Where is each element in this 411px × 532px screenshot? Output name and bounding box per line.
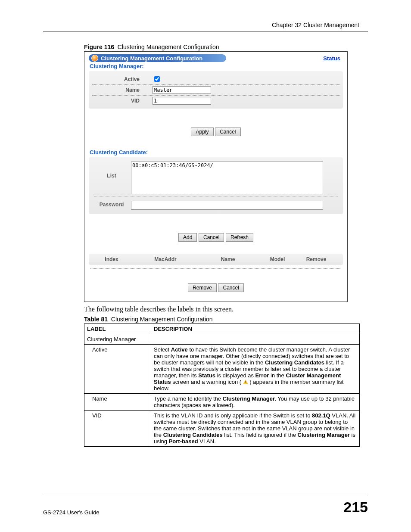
vid-label: VID xyxy=(92,98,153,104)
col-name: Name xyxy=(200,256,256,262)
candidate-panel: List 00:a0:c5:01:23:46/GS-2024/ Password xyxy=(89,157,343,214)
col-macaddr: MacAddr xyxy=(131,256,200,262)
cancel-button[interactable]: Cancel xyxy=(215,128,240,136)
cancel-button-3[interactable]: Cancel xyxy=(218,283,243,292)
page-number: 215 xyxy=(343,499,368,516)
active-label: Active xyxy=(92,76,153,82)
manager-heading: Clustering Manager: xyxy=(90,63,343,69)
table-caption: Table 81 Clustering Management Configura… xyxy=(84,316,368,323)
row-clustering-manager-label: Clustering Manager xyxy=(84,334,151,345)
row-active-desc: Select Active to have this Switch become… xyxy=(151,345,360,394)
config-screenshot: Clustering Management Configuration Stat… xyxy=(84,51,348,302)
refresh-button[interactable]: Refresh xyxy=(226,233,253,242)
name-label: Name xyxy=(92,87,153,93)
name-input[interactable] xyxy=(153,86,211,94)
vid-input[interactable] xyxy=(153,97,211,105)
col-model: Model xyxy=(256,256,299,262)
chapter-header: Chapter 32 Cluster Management xyxy=(43,22,368,31)
remove-button[interactable]: Remove xyxy=(188,283,217,292)
row-clustering-manager-desc xyxy=(151,334,360,345)
col-index: Index xyxy=(92,256,131,262)
row-name-label: Name xyxy=(84,394,151,411)
th-description: DESCRIPTION xyxy=(151,324,360,334)
password-label: Password xyxy=(92,201,131,210)
password-input[interactable] xyxy=(131,201,323,210)
panel-title: Clustering Management Configuration xyxy=(89,54,226,62)
manager-panel: Active Name VID xyxy=(89,71,343,109)
table-label: Table 81 xyxy=(84,316,108,323)
add-button[interactable]: Add xyxy=(178,233,197,242)
orb-icon xyxy=(91,55,98,62)
warning-icon xyxy=(243,380,248,384)
cancel-button-2[interactable]: Cancel xyxy=(199,233,224,242)
figure-label: Figure 116 xyxy=(84,44,114,50)
row-vid-label: VID xyxy=(84,411,151,447)
th-label: LABEL xyxy=(84,324,151,334)
body-text: The following table describes the labels… xyxy=(84,305,360,313)
apply-button[interactable]: Apply xyxy=(191,128,213,136)
description-table: LABEL DESCRIPTION Clustering Manager Act… xyxy=(84,324,360,447)
active-checkbox[interactable] xyxy=(154,76,160,82)
list-label: List xyxy=(92,162,131,194)
candidate-heading: Clustering Candidate: xyxy=(90,149,343,156)
status-link[interactable]: Status xyxy=(323,55,343,62)
candidate-listbox[interactable]: 00:a0:c5:01:23:46/GS-2024/ xyxy=(131,162,323,194)
member-table-header: Index MacAddr Name Model Remove xyxy=(89,254,343,265)
row-name-desc: Type a name to identify the Clustering M… xyxy=(151,394,360,411)
row-active-label: Active xyxy=(84,345,151,394)
row-vid-desc: This is the VLAN ID and is only applicab… xyxy=(151,411,360,447)
footer-guide: GS-2724 User's Guide xyxy=(43,509,99,516)
figure-caption: Figure 116 Clustering Management Configu… xyxy=(84,44,368,50)
col-remove: Remove xyxy=(299,256,333,262)
